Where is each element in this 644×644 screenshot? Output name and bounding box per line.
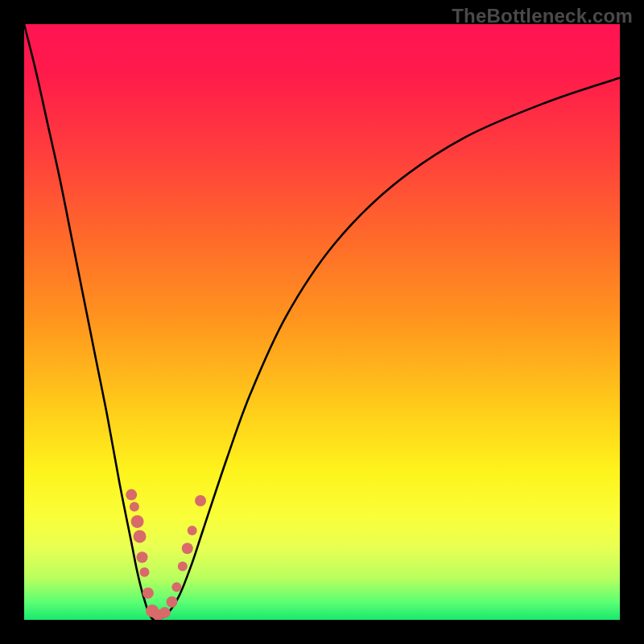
- data-marker: [139, 568, 149, 577]
- data-marker: [134, 530, 147, 543]
- data-marker: [159, 607, 171, 618]
- data-marker: [167, 597, 178, 608]
- data-marker: [131, 515, 144, 528]
- data-marker: [126, 489, 137, 501]
- data-marker: [130, 502, 139, 511]
- data-marker: [182, 543, 193, 554]
- plot-area: [24, 24, 620, 620]
- app-frame: TheBottleneck.com: [0, 0, 644, 644]
- data-marker: [142, 588, 154, 599]
- data-marker: [178, 561, 188, 571]
- data-marker: [188, 526, 197, 535]
- data-marker: [171, 582, 181, 592]
- watermark-text: TheBottleneck.com: [452, 5, 633, 27]
- data-marker: [137, 551, 148, 563]
- data-marker: [195, 495, 206, 506]
- marker-layer: [24, 24, 620, 620]
- marker-group: [126, 489, 206, 620]
